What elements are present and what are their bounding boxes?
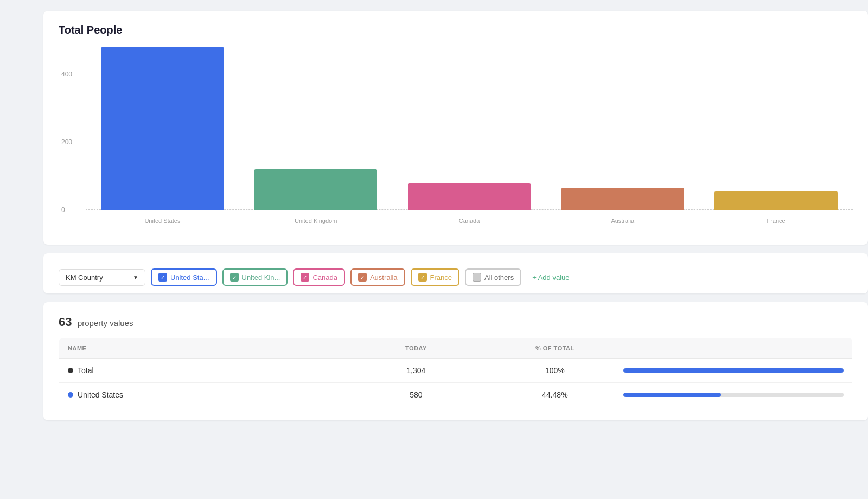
- property-subtitle: property values: [78, 318, 133, 328]
- col-header-today: TODAY: [337, 338, 496, 359]
- table-row: United States 580 44.48%: [59, 383, 853, 407]
- progress-fill-total: [623, 368, 844, 373]
- check-icon-uk: ✓: [230, 273, 239, 282]
- property-values-card: 63 property values NAME TODAY % OF TOTAL: [43, 302, 868, 420]
- chip-canada[interactable]: ✓ Canada: [293, 268, 345, 286]
- bar-us: [101, 47, 224, 210]
- chip-uk[interactable]: ✓ United Kin...: [222, 268, 288, 286]
- dot-us: [68, 392, 73, 398]
- data-table: NAME TODAY % OF TOTAL Total 1,304: [59, 338, 853, 407]
- filter-row: KM Country ▼ ✓ United Sta... ✓ United Ki…: [59, 261, 853, 286]
- col-header-name: NAME: [59, 338, 337, 359]
- progress-bar-us: [623, 393, 844, 397]
- check-icon-canada: ✓: [301, 273, 309, 282]
- bar-cell-total: [615, 359, 853, 383]
- name-label-us: United States: [78, 391, 123, 399]
- dropdown-label: KM Country: [66, 273, 103, 282]
- dot-total: [68, 368, 73, 373]
- y-label-400: 400: [61, 71, 72, 78]
- x-labels: United States United Kingdom Canada Aust…: [86, 210, 853, 232]
- section-header: 63 property values: [59, 315, 853, 329]
- x-label-australia: Australia: [546, 210, 699, 232]
- name-label-total: Total: [78, 366, 94, 375]
- y-label-200: 200: [61, 138, 72, 146]
- x-label-us: United States: [86, 210, 239, 232]
- bars-wrapper: [86, 47, 853, 210]
- chip-australia[interactable]: ✓ Australia: [350, 268, 405, 286]
- chart-area: 400 200 0: [59, 47, 853, 232]
- chart-title: Total People: [59, 24, 853, 36]
- add-value-button[interactable]: + Add value: [527, 270, 575, 285]
- chip-label-all-others: All others: [484, 273, 514, 282]
- col-header-bar: [615, 338, 853, 359]
- bar-col-canada: [393, 47, 546, 210]
- bar-col-france: [699, 47, 853, 210]
- y-label-0: 0: [61, 206, 65, 214]
- chip-us[interactable]: ✓ United Sta...: [151, 268, 217, 286]
- chip-all-others[interactable]: All others: [465, 268, 521, 286]
- km-country-dropdown[interactable]: KM Country ▼: [59, 269, 145, 286]
- chart-card: Total People 400 200 0: [43, 11, 868, 245]
- table-row: Total 1,304 100%: [59, 359, 853, 383]
- x-label-france: France: [699, 210, 853, 232]
- chip-label-uk: United Kin...: [242, 273, 280, 282]
- row-name-total: Total: [59, 359, 337, 383]
- bar-france: [714, 191, 837, 210]
- bar-uk: [254, 169, 377, 210]
- chip-label-canada: Canada: [312, 273, 337, 282]
- bar-australia: [561, 188, 684, 210]
- pct-total: 100%: [495, 359, 614, 383]
- bar-col-australia: [546, 47, 699, 210]
- col-header-pct: % OF TOTAL: [495, 338, 614, 359]
- pct-us: 44.48%: [495, 383, 614, 407]
- x-label-uk: United Kingdom: [239, 210, 393, 232]
- chip-france[interactable]: ✓ France: [411, 268, 459, 286]
- chip-label-australia: Australia: [370, 273, 398, 282]
- x-label-canada: Canada: [393, 210, 546, 232]
- check-icon-france: ✓: [418, 273, 427, 282]
- progress-fill-us: [623, 393, 722, 397]
- row-name-us: United States: [59, 383, 337, 407]
- property-count: 63: [59, 315, 72, 329]
- filter-card: KM Country ▼ ✓ United Sta... ✓ United Ki…: [43, 253, 868, 293]
- check-icon-australia: ✓: [358, 273, 367, 282]
- check-icon-us: ✓: [158, 273, 167, 282]
- table-header-row: NAME TODAY % OF TOTAL: [59, 338, 853, 359]
- today-us: 580: [337, 383, 496, 407]
- progress-bar-total: [623, 368, 844, 373]
- check-icon-all-others: [473, 273, 481, 282]
- bar-col-uk: [239, 47, 393, 210]
- today-total: 1,304: [337, 359, 496, 383]
- chevron-down-icon: ▼: [133, 274, 138, 280]
- chip-label-us: United Sta...: [170, 273, 209, 282]
- chip-label-france: France: [430, 273, 452, 282]
- bar-cell-us: [615, 383, 853, 407]
- bar-col-us: [86, 47, 239, 210]
- bar-canada: [408, 183, 531, 210]
